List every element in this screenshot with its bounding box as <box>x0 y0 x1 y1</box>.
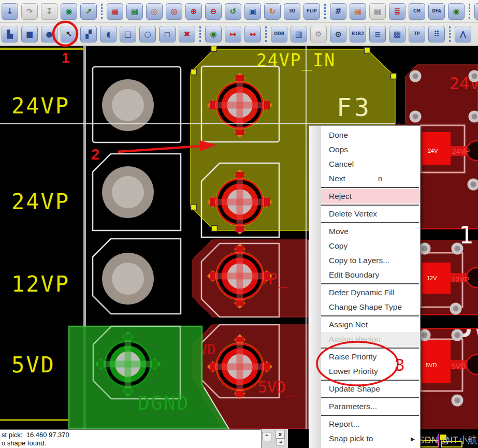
menu-item-oops[interactable]: Oops <box>321 142 420 157</box>
menu-item-edit-boundary[interactable]: Edit Boundary <box>321 268 420 282</box>
menu-item-report[interactable]: Report... <box>321 417 420 431</box>
menu-item-update-shape[interactable]: Update Shape <box>321 382 420 396</box>
menu-icon-gutter <box>310 126 321 448</box>
crosshair-horizontal <box>0 123 395 124</box>
menu-item-snap-pick-to[interactable]: Snap pick to▶ <box>321 431 420 446</box>
toolbar-separator <box>199 26 201 42</box>
net-label-5vd: 5VD <box>11 352 55 378</box>
menu-item-done[interactable]: Done <box>321 128 420 142</box>
refdes-rename-icon[interactable]: R1R2 <box>350 26 366 42</box>
notes-icon[interactable]: ≡ <box>369 26 386 42</box>
comment-icon[interactable]: ◉ <box>61 3 77 20</box>
menu-item-cancel[interactable]: Cancel <box>321 157 420 171</box>
menu-item-defer-dynamic-fill[interactable]: Defer Dynamic Fill <box>321 285 420 300</box>
net-label-24vp-1: 24VP <box>11 93 70 119</box>
toolbar-separator <box>101 4 103 19</box>
shape-add-icon[interactable]: ▙ <box>2 26 18 42</box>
net-text-5vd: 5VD <box>452 362 466 370</box>
shape-delete-islands-icon[interactable]: ✖ <box>179 26 195 42</box>
console-close-button[interactable]: x <box>276 430 285 439</box>
via-structure-icon[interactable]: ⠿ <box>428 26 445 42</box>
thru-hole-pad[interactable] <box>102 166 154 218</box>
snapshot-icon[interactable]: ⊙ <box>330 26 346 42</box>
dfa-spreadsheet-icon[interactable]: DFA <box>428 3 445 20</box>
odb-export-icon[interactable]: ODB <box>271 26 287 42</box>
toolbar-separator <box>449 26 451 42</box>
menu-item-move[interactable]: Move <box>321 224 420 239</box>
menu-item-assign-net[interactable]: Assign Net <box>321 317 420 332</box>
zoom-in-icon[interactable]: ⊕ <box>185 3 202 20</box>
circle-outline-icon[interactable]: ○ <box>139 26 156 42</box>
shape-add-rect-icon[interactable]: ■ <box>21 26 38 42</box>
zoom-out-icon[interactable]: ⊖ <box>205 3 222 20</box>
menu-item-copy[interactable]: Copy <box>321 239 420 253</box>
shape-select-icon[interactable]: ↖ <box>61 26 77 42</box>
view-3d-icon[interactable]: 3D <box>284 3 300 20</box>
menu-item-parameters[interactable]: Parameters... <box>321 399 420 414</box>
menu-item-assign-region: Assign Region <box>321 332 420 346</box>
refdes-label: F3 <box>337 93 372 122</box>
dimension-icon[interactable]: ↔ <box>244 26 261 42</box>
menu-item-list: Done Oops Cancel Nextn Reject Delete Ver… <box>309 128 420 446</box>
shape-net-label: 24VP_IN <box>256 50 336 71</box>
unrats-icon[interactable]: ▦ <box>107 3 123 20</box>
context-menu: Done Oops Cancel Nextn Reject Delete Ver… <box>309 125 421 448</box>
console-collapse-button[interactable]: ◄ <box>277 439 284 445</box>
measure-icon[interactable]: ↦ <box>225 26 241 42</box>
zoom-rect-icon[interactable]: ◎ <box>166 3 182 20</box>
info-icon[interactable]: i <box>474 3 478 20</box>
pcb-editor-window: 24VP_IN F3 2VP_ VD 5VD_ DGND <box>0 0 478 448</box>
net-label-24vp-2: 24VP <box>11 189 70 214</box>
pushpin-icon[interactable]: ↗ <box>80 3 97 20</box>
shape-check-icon[interactable]: ▩ <box>389 26 405 42</box>
menu-separator <box>321 187 419 188</box>
board-outline-segment <box>0 48 84 50</box>
shape-arc-edit-icon[interactable]: ◖ <box>100 26 117 42</box>
net-schedule-icon[interactable]: ⋀ <box>455 26 471 42</box>
thru-hole-pad[interactable] <box>102 253 154 305</box>
rect-outline-icon[interactable]: □ <box>120 26 136 42</box>
menu-item-lower-priority[interactable]: Lower Priority <box>321 364 420 379</box>
zoom-fit-icon[interactable]: ▣ <box>244 3 261 20</box>
shape-void-icon[interactable]: ◻ <box>159 26 176 42</box>
testpoint-icon[interactable]: TP <box>409 26 425 42</box>
layer-columns-icon[interactable]: ▥ <box>291 26 307 42</box>
console-line-1: st pick: 16.460 97.370 <box>2 431 261 439</box>
console-scroll-up-button[interactable]: ^ <box>262 432 271 441</box>
zoom-points-icon[interactable]: ◎ <box>146 3 163 20</box>
menu-item-copy-to-layers[interactable]: Copy to Layers... <box>321 253 420 268</box>
menu-item-reject[interactable]: Reject <box>321 189 420 204</box>
redraw-icon[interactable]: ↻ <box>264 3 281 20</box>
import-icon[interactable]: ↧ <box>41 3 57 20</box>
file-download-icon[interactable]: ↓ <box>2 3 18 20</box>
command-console[interactable]: st pick: 16.460 97.370 o shape found. <box>0 429 262 448</box>
net-text-12vp: 12VP <box>452 276 469 284</box>
zoom-previous-icon[interactable]: ↺ <box>225 3 241 20</box>
console-line-2: o shape found. <box>2 439 261 447</box>
crosshair-vertical <box>306 46 307 429</box>
shape-add-circle-icon[interactable]: ● <box>41 26 57 42</box>
menu-item-raise-priority[interactable]: Raise Priority <box>321 350 420 364</box>
rats-icon[interactable]: ▦ <box>126 3 143 20</box>
net-label-5vd-shape: 5VD_ <box>258 378 296 397</box>
menu-item-change-shape-type[interactable]: Change Shape Type <box>321 300 420 314</box>
world-map-icon[interactable]: ◉ <box>448 3 465 20</box>
watermark: CSDN @IT小航 <box>412 435 477 445</box>
color-copy-icon[interactable]: ▦ <box>369 3 386 20</box>
menu-separator <box>321 397 419 398</box>
grid-toggle-icon[interactable]: # <box>330 3 346 20</box>
highlight-icon[interactable]: ◉ <box>205 26 222 42</box>
constraint-manager-icon[interactable]: CM <box>409 3 425 20</box>
redo-icon[interactable]: ↷ <box>21 3 38 20</box>
pad-text-5vd: 5VD <box>426 362 437 368</box>
menu-separator <box>321 415 419 416</box>
menu-item-delete-vertex[interactable]: Delete Vertex <box>321 207 420 221</box>
shape-copy-icon[interactable]: ▞ <box>80 26 97 42</box>
board-outline-segment <box>0 419 69 421</box>
cross-section-icon[interactable]: ≣ <box>389 3 405 20</box>
color-dialog-icon[interactable]: ▦ <box>350 3 366 20</box>
menu-item-next[interactable]: Nextn <box>321 171 420 186</box>
pin-edit-icon[interactable]: ⚙ <box>310 26 327 42</box>
toolbar-row-2: ▙ ■ ● ↖ ▞ ◖ □ ○ ◻ ✖ ◉ <box>0 23 478 45</box>
flip-design-icon[interactable]: FLIP <box>303 3 320 20</box>
